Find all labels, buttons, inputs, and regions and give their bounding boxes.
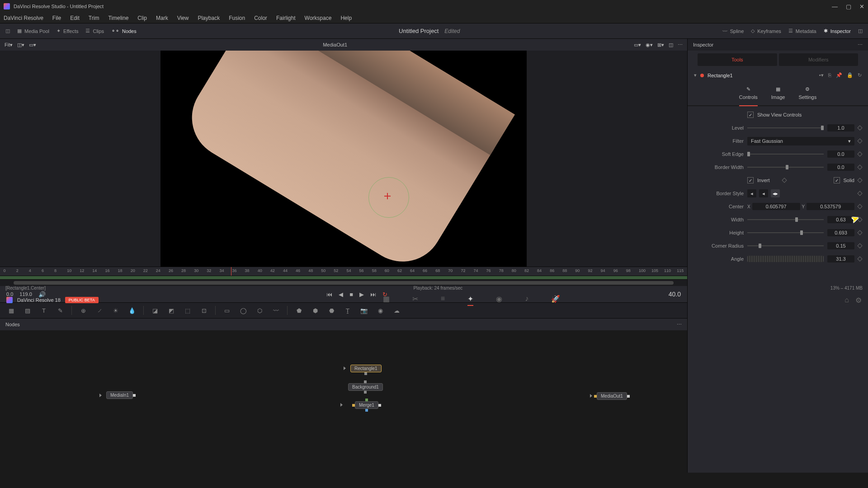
tab-tools[interactable]: Tools xyxy=(698,53,777,66)
node-rectangle[interactable]: Rectangle1 xyxy=(350,365,382,372)
viewer-layout-icon[interactable]: ◫▾ xyxy=(17,42,24,48)
node-merge[interactable]: Merge1 xyxy=(355,401,378,409)
tool-polygon[interactable]: ⬡ xyxy=(255,305,264,315)
node-view-tri[interactable] xyxy=(340,403,343,407)
tool-fastnoise[interactable]: ▨ xyxy=(23,305,33,315)
menu-file[interactable]: File xyxy=(52,15,61,21)
level-slider[interactable] xyxy=(747,127,824,128)
inspector-button[interactable]: ✱ Inspector xyxy=(824,28,851,34)
inspector-more-icon[interactable]: ⋯ xyxy=(858,42,863,48)
scrub-bar[interactable] xyxy=(0,280,687,286)
effects-button[interactable]: ✦ Effects xyxy=(57,28,78,34)
borderstyle-1[interactable]: ◂ xyxy=(747,189,756,197)
script-icon[interactable]: ⎘ xyxy=(828,72,831,78)
node-view-tri[interactable] xyxy=(344,366,346,370)
tool-brightness[interactable]: ☀ xyxy=(111,305,121,315)
borderstyle-3[interactable]: ◂▸ xyxy=(771,189,780,197)
level-keyframe[interactable] xyxy=(857,125,862,130)
expand-right-icon[interactable]: ◫ xyxy=(858,28,863,34)
viewer-opt-3[interactable]: ⊞▾ xyxy=(657,42,664,48)
menu-edit[interactable]: Edit xyxy=(70,15,80,21)
stop-button[interactable]: ■ xyxy=(349,291,353,298)
menu-fairlight[interactable]: Fairlight xyxy=(276,15,296,21)
range-start[interactable]: 0.0 xyxy=(6,291,13,297)
softedge-slider[interactable] xyxy=(747,154,824,155)
filter-dropdown[interactable]: Fast Gaussian▾ xyxy=(747,137,854,145)
minimize-button[interactable]: — xyxy=(832,3,838,10)
tool-paint[interactable]: ✎ xyxy=(55,305,65,315)
menu-resolve[interactable]: DaVinci Resolve xyxy=(4,15,43,21)
tab-modifiers[interactable]: Modifiers xyxy=(779,53,859,66)
settings-icon[interactable]: ⚙ xyxy=(855,296,862,305)
menu-view[interactable]: View xyxy=(177,15,189,21)
menu-timeline[interactable]: Timeline xyxy=(108,15,128,21)
node-view-tri[interactable] xyxy=(99,394,102,397)
tool-text[interactable]: T xyxy=(39,305,49,315)
tool-tracker[interactable]: ⊕ xyxy=(78,305,88,315)
center-y[interactable]: 0.537579 xyxy=(807,203,854,210)
play-button[interactable]: ▶ xyxy=(359,291,364,298)
tool-3d-2[interactable]: ⬢ xyxy=(310,305,320,315)
page-edit[interactable]: ≡ xyxy=(441,295,445,306)
page-media[interactable]: ▦ xyxy=(383,295,390,306)
media-pool-button[interactable]: ▦ Media Pool xyxy=(17,28,49,34)
borderstyle-keyframe[interactable] xyxy=(857,191,862,196)
time-ruler[interactable]: 0246810121416182022242628303234363840424… xyxy=(0,267,687,276)
tool-resize[interactable]: ⊡ xyxy=(199,305,209,315)
viewer-more-icon[interactable]: ⋯ xyxy=(678,42,683,48)
range-end[interactable]: 119.0 xyxy=(19,291,32,297)
maximize-button[interactable]: ▢ xyxy=(846,3,851,10)
height-value[interactable]: 0.693 xyxy=(827,229,854,236)
tool-bspline[interactable]: 〰 xyxy=(271,305,281,315)
expand-icon[interactable]: ◫ xyxy=(5,28,10,34)
play-reverse-button[interactable]: ◀ xyxy=(339,291,343,298)
viewer-split-icon[interactable]: ▭▾ xyxy=(29,42,36,48)
keyframes-button[interactable]: ◇ Keyframes xyxy=(751,28,781,34)
menu-fusion[interactable]: Fusion xyxy=(229,15,245,21)
tool-merge[interactable]: ◪ xyxy=(150,305,160,315)
tool-background[interactable]: ▦ xyxy=(6,305,16,315)
node-mediaout[interactable]: MediaOut1 xyxy=(597,392,627,400)
node-background[interactable]: Background1 xyxy=(348,383,383,391)
page-fusion[interactable]: ✦ xyxy=(467,295,473,306)
angle-value[interactable]: 31.3 xyxy=(827,255,854,263)
enable-dot[interactable] xyxy=(700,74,704,77)
node-mediain[interactable]: MediaIn1 xyxy=(106,391,133,399)
tool-ellipse[interactable]: ◯ xyxy=(238,305,248,315)
corner-keyframe[interactable] xyxy=(857,243,862,248)
tool-3d-1[interactable]: ⬟ xyxy=(294,305,304,315)
tool-3d-3[interactable]: ⬣ xyxy=(326,305,336,315)
menu-trim[interactable]: Trim xyxy=(89,15,99,21)
tool-3d-light[interactable]: ◉ xyxy=(375,305,385,315)
viewer-opt-1[interactable]: ▭▾ xyxy=(634,42,641,48)
page-color[interactable]: ◉ xyxy=(496,295,502,306)
tool-matte[interactable]: ◩ xyxy=(166,305,176,315)
nodes-button[interactable]: ⚬⚬ Nodes xyxy=(111,28,137,34)
viewport[interactable] xyxy=(0,51,687,267)
width-slider[interactable] xyxy=(747,219,824,220)
filter-keyframe[interactable] xyxy=(857,138,862,143)
last-frame-button[interactable]: ⏭ xyxy=(370,291,376,298)
tool-planar[interactable]: ⟋ xyxy=(94,305,104,315)
borderwidth-keyframe[interactable] xyxy=(857,164,862,169)
nodes-more-icon[interactable]: ⋯ xyxy=(677,322,682,328)
playhead[interactable] xyxy=(231,267,231,276)
current-frame[interactable]: 40.0 xyxy=(669,291,681,298)
show-view-check[interactable] xyxy=(747,112,754,118)
page-fairlight[interactable]: ♪ xyxy=(525,295,528,306)
tool-3d-render[interactable]: ☁ xyxy=(392,305,401,315)
tool-3d-cam[interactable]: 📷 xyxy=(359,305,369,315)
viewer-opt-2[interactable]: ◉▾ xyxy=(646,42,653,48)
lock-icon[interactable]: 🔒 xyxy=(847,72,853,78)
close-button[interactable]: ✕ xyxy=(859,3,864,10)
version-icon[interactable]: ▪▾ xyxy=(819,72,824,78)
borderwidth-value[interactable]: 0.0 xyxy=(827,164,854,171)
solid-check[interactable] xyxy=(834,177,840,183)
viewer-opt-4[interactable]: ◫ xyxy=(669,42,673,48)
menu-playback[interactable]: Playback xyxy=(198,15,220,21)
menu-mark[interactable]: Mark xyxy=(156,15,168,21)
center-x[interactable]: 0.605797 xyxy=(752,203,800,210)
center-marker[interactable] xyxy=(382,191,393,202)
home-icon[interactable]: ⌂ xyxy=(844,296,849,305)
clips-button[interactable]: ☰ Clips xyxy=(85,28,104,34)
